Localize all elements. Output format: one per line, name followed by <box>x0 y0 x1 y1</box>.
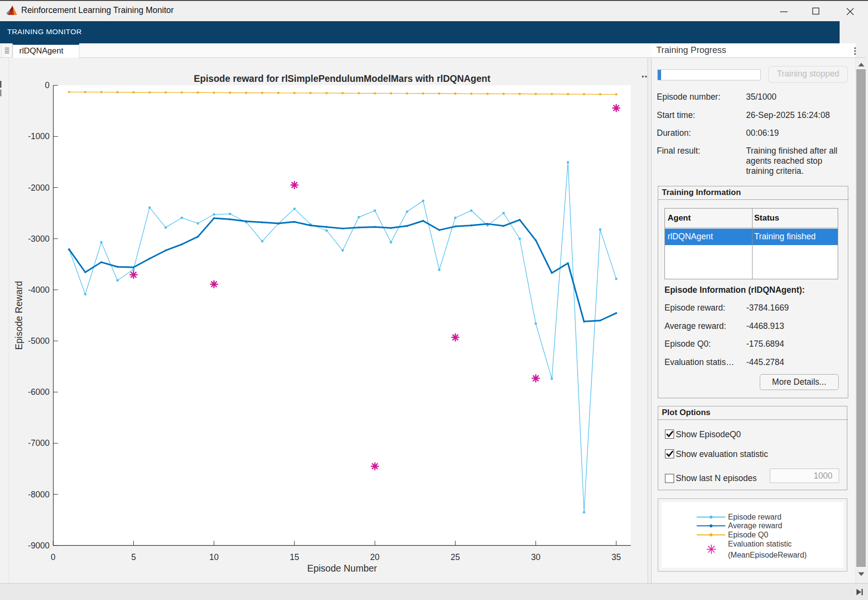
svg-text:-9000: -9000 <box>28 541 50 550</box>
svg-text:0: 0 <box>45 80 50 90</box>
svg-text:Episode reward for rlSimplePen: Episode reward for rlSimplePendulumModel… <box>194 73 491 84</box>
svg-text:Episode Q0: Episode Q0 <box>728 531 768 539</box>
svg-text:Episode Reward: Episode Reward <box>13 281 24 350</box>
svg-text:Episode reward: Episode reward <box>728 513 781 521</box>
svg-text:30: 30 <box>531 552 541 562</box>
svg-text:25: 25 <box>451 552 460 562</box>
svg-text:-3000: -3000 <box>28 234 50 244</box>
svg-text:-6000: -6000 <box>28 387 50 397</box>
svg-text:35: 35 <box>612 552 621 562</box>
svg-text:15: 15 <box>290 552 299 562</box>
svg-text:-1000: -1000 <box>28 131 50 141</box>
svg-text:20: 20 <box>370 552 380 562</box>
svg-text:0: 0 <box>51 552 55 562</box>
svg-text:-8000: -8000 <box>28 490 50 499</box>
svg-text:10: 10 <box>209 552 219 562</box>
svg-text:Evaluation statistic: Evaluation statistic <box>728 540 792 548</box>
svg-text:5: 5 <box>131 552 136 562</box>
svg-text:Episode Number: Episode Number <box>307 563 377 574</box>
svg-text:(MeanEpisodeReward): (MeanEpisodeReward) <box>728 551 807 559</box>
svg-text:-5000: -5000 <box>28 336 50 346</box>
svg-text:-7000: -7000 <box>28 438 50 448</box>
svg-text:-4000: -4000 <box>28 285 50 295</box>
svg-text:Average reward: Average reward <box>728 522 782 530</box>
svg-text:-2000: -2000 <box>28 183 50 193</box>
